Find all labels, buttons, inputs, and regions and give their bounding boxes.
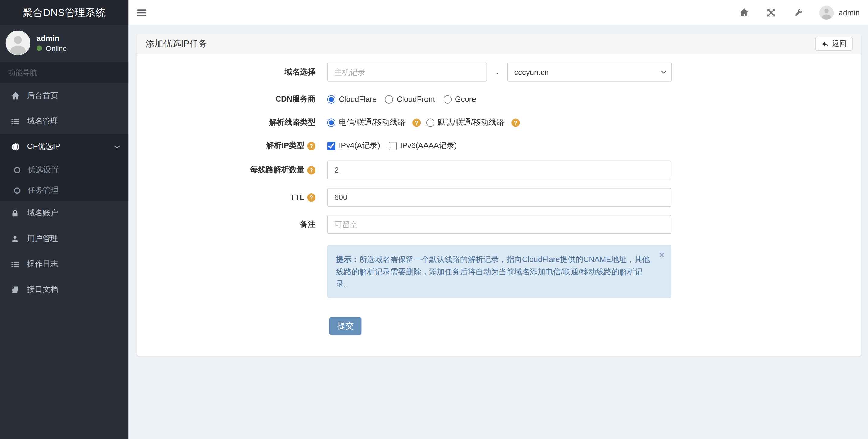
form-row-line-type: 解析线路类型 电信/联通/移动线路 ? 默认/联通/移动线路 ? bbox=[137, 118, 861, 127]
wrench-icon bbox=[794, 8, 803, 17]
sidebar: 聚合DNS管理系统 admin Online 功能导航 bbox=[0, 0, 128, 439]
sidebar-item-label: 接口文档 bbox=[27, 285, 58, 295]
close-icon[interactable]: × bbox=[659, 251, 664, 260]
home-button[interactable] bbox=[731, 0, 758, 25]
home-icon bbox=[739, 8, 749, 17]
sidebar-item-dashboard[interactable]: 后台首页 bbox=[0, 83, 128, 109]
card-header: 添加优选IP任务 返回 bbox=[137, 34, 861, 54]
content-area: 添加优选IP任务 返回 域名选择 . bbox=[128, 25, 868, 439]
submit-button[interactable]: 提交 bbox=[330, 317, 362, 335]
app-title: 聚合DNS管理系统 bbox=[23, 6, 106, 19]
per-line-count-input[interactable] bbox=[327, 161, 672, 179]
cdn-radio-cloudflare[interactable] bbox=[327, 95, 336, 103]
domain-label: 域名选择 bbox=[137, 67, 315, 77]
cdn-option-cloudflare[interactable]: CloudFlare bbox=[327, 95, 377, 104]
settings-button[interactable] bbox=[785, 0, 812, 25]
domain-dot-separator: . bbox=[487, 65, 507, 75]
sidebar-section-label: 功能导航 bbox=[0, 62, 128, 83]
sidebar-item-domains[interactable]: 域名管理 bbox=[0, 109, 128, 134]
online-status-icon bbox=[36, 45, 42, 51]
sidebar-item-domain-accounts[interactable]: 域名账户 bbox=[0, 201, 128, 226]
expand-arrows-icon bbox=[767, 8, 776, 17]
tip-alert-title: 提示： bbox=[336, 255, 359, 263]
sidebar-nav: 后台首页 域名管理 CF优选IP bbox=[0, 83, 128, 302]
sidebar-group-cf-ip: CF优选IP 优选设置 任务管理 bbox=[0, 134, 128, 201]
card-body: 域名选择 . cccyun.cn bbox=[137, 54, 861, 353]
ipv4-checkbox[interactable] bbox=[327, 141, 336, 150]
help-icon[interactable]: ? bbox=[307, 166, 316, 174]
form-row-per-line: 每线路解析数量 ? bbox=[137, 161, 861, 179]
app-logo[interactable]: 聚合DNS管理系统 bbox=[0, 0, 128, 25]
app-root: 聚合DNS管理系统 admin Online 功能导航 bbox=[0, 0, 868, 439]
sidebar-item-label: 域名账户 bbox=[27, 208, 58, 218]
avatar-person-icon bbox=[5, 31, 30, 56]
host-record-input[interactable] bbox=[327, 62, 487, 81]
avatar-person-icon bbox=[819, 5, 834, 20]
back-button[interactable]: 返回 bbox=[815, 36, 852, 51]
help-icon[interactable]: ? bbox=[412, 118, 421, 126]
line-type-label: 解析线路类型 bbox=[137, 118, 315, 127]
sidebar-toggle-button[interactable] bbox=[128, 0, 155, 25]
sidebar-item-label: 优选设置 bbox=[28, 165, 59, 175]
list-icon bbox=[11, 260, 20, 269]
sidebar-item-users[interactable]: 用户管理 bbox=[0, 226, 128, 252]
help-icon[interactable]: ? bbox=[307, 193, 316, 202]
sidebar-item-preferred-settings[interactable]: 优选设置 bbox=[0, 159, 128, 180]
sidebar-item-label: CF优选IP bbox=[27, 142, 60, 152]
line-type-option-isp[interactable]: 电信/联通/移动线路 bbox=[327, 118, 405, 127]
cdn-option-gcore[interactable]: Gcore bbox=[443, 95, 476, 104]
cdn-option-cloudfront[interactable]: CloudFront bbox=[385, 95, 435, 104]
add-task-card: 添加优选IP任务 返回 域名选择 . bbox=[137, 34, 861, 356]
sidebar-item-label: 操作日志 bbox=[27, 259, 58, 269]
sidebar-item-label: 任务管理 bbox=[28, 185, 59, 195]
reply-arrow-icon bbox=[822, 40, 829, 48]
fullscreen-button[interactable] bbox=[758, 0, 785, 25]
remark-input[interactable] bbox=[327, 215, 672, 234]
user-avatar bbox=[5, 31, 30, 56]
chevron-down-icon bbox=[114, 145, 120, 149]
remark-label: 备注 bbox=[137, 220, 315, 229]
ttl-input[interactable] bbox=[327, 188, 672, 207]
help-icon[interactable]: ? bbox=[307, 141, 316, 150]
form-row-remark: 备注 bbox=[137, 215, 861, 234]
main-area: admin 添加优选IP任务 返回 域名选择 bbox=[128, 0, 868, 439]
form-row-ttl: TTL ? bbox=[137, 188, 861, 207]
ttl-label: TTL ? bbox=[137, 193, 315, 202]
globe-icon bbox=[11, 142, 20, 151]
sidebar-item-task-management[interactable]: 任务管理 bbox=[0, 180, 128, 201]
ip-type-label: 解析IP类型 ? bbox=[137, 141, 315, 151]
page-title: 添加优选IP任务 bbox=[146, 38, 207, 50]
ipv6-checkbox[interactable] bbox=[389, 141, 397, 150]
topbar-avatar[interactable] bbox=[819, 5, 834, 20]
home-icon bbox=[11, 92, 20, 100]
ip-type-option-ipv4[interactable]: IPv4(A记录) bbox=[327, 141, 380, 151]
line-type-radio-default[interactable] bbox=[426, 118, 434, 126]
topbar: admin bbox=[128, 0, 868, 25]
sidebar-item-label: 用户管理 bbox=[27, 234, 58, 244]
domain-select[interactable]: cccyun.cn bbox=[507, 62, 672, 81]
circle-o-icon bbox=[13, 186, 21, 194]
domain-select-wrap: cccyun.cn bbox=[507, 62, 672, 81]
user-status: Online bbox=[36, 44, 67, 53]
user-name: admin bbox=[36, 33, 67, 42]
user-status-label: Online bbox=[46, 44, 67, 53]
circle-o-icon bbox=[13, 166, 21, 174]
topbar-right: admin bbox=[731, 0, 868, 25]
sidebar-item-logs[interactable]: 操作日志 bbox=[0, 252, 128, 277]
ip-type-option-ipv6[interactable]: IPv6(AAAA记录) bbox=[389, 141, 457, 151]
form-row-ip-type: 解析IP类型 ? IPv4(A记录) IPv6(AAAA记录) bbox=[137, 141, 861, 151]
line-type-radio-isp[interactable] bbox=[327, 118, 336, 126]
book-icon bbox=[11, 286, 20, 294]
sidebar-user-panel: admin Online bbox=[0, 25, 128, 62]
sidebar-item-cf-ip[interactable]: CF优选IP bbox=[0, 134, 128, 159]
list-icon bbox=[11, 117, 20, 126]
form-row-domain: 域名选择 . cccyun.cn bbox=[137, 62, 861, 81]
help-icon[interactable]: ? bbox=[511, 118, 520, 126]
sidebar-item-api-docs[interactable]: 接口文档 bbox=[0, 277, 128, 302]
topbar-username[interactable]: admin bbox=[839, 8, 860, 17]
lock-icon bbox=[11, 209, 20, 217]
cdn-radio-cloudfront[interactable] bbox=[385, 95, 393, 103]
line-type-option-default[interactable]: 默认/联通/移动线路 bbox=[426, 118, 504, 127]
cdn-radio-gcore[interactable] bbox=[443, 95, 452, 103]
form-row-cdn: CDN服务商 CloudFlare CloudFront bbox=[137, 94, 861, 104]
